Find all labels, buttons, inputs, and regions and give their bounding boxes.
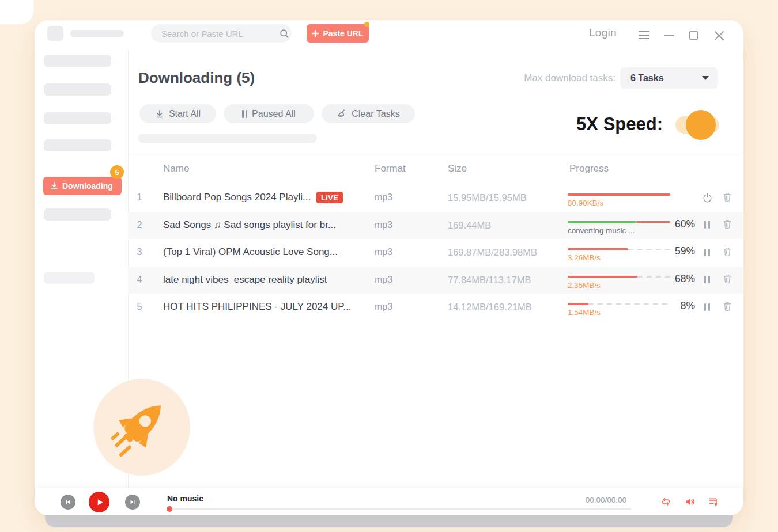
notification-dot	[364, 22, 369, 27]
progress-status-text: 1.54MB/s	[568, 308, 601, 317]
page-title: Downloading (5)	[138, 69, 255, 87]
delete-task-button[interactable]	[721, 300, 734, 313]
column-header-progress: Progress	[569, 163, 609, 174]
content-divider	[128, 153, 743, 153]
chevron-down-icon	[702, 76, 709, 80]
table-body: 1Billboard Pop Songs 2024 Playli...LIVEm…	[128, 184, 743, 321]
background-card-decoration	[0, 0, 33, 24]
row-index: 1	[133, 192, 146, 203]
size-value: 169.87MB/283.98MB	[448, 247, 537, 258]
power-icon	[702, 192, 713, 203]
trash-icon	[722, 273, 732, 284]
sidebar-item-placeholder[interactable]	[44, 272, 95, 284]
row-index: 3	[133, 247, 146, 257]
paste-url-label: Paste URL	[323, 29, 363, 38]
downloading-count-badge: 5	[110, 165, 124, 179]
minimize-button[interactable]	[664, 35, 674, 36]
paused-all-button[interactable]: Paused All	[224, 104, 314, 123]
stop-task-button[interactable]	[701, 191, 713, 204]
progress-percent: 8%	[664, 300, 695, 312]
volume-icon[interactable]	[684, 496, 696, 508]
sidebar-item-placeholder[interactable]	[44, 55, 111, 67]
seek-handle[interactable]	[167, 506, 172, 512]
rocket-logo-badge	[93, 379, 190, 476]
delete-task-button[interactable]	[721, 191, 734, 203]
download-icon	[50, 182, 58, 190]
start-download-icon	[155, 109, 164, 119]
track-name: Sad Songs ♫ Sad songs playlist for br...	[163, 219, 336, 231]
format-value: mp3	[375, 192, 392, 203]
menu-icon[interactable]	[639, 31, 649, 40]
pause-task-button[interactable]	[701, 246, 713, 259]
sidebar-item-downloading[interactable]: Downloading	[43, 177, 122, 195]
track-name: late night vibes escape reality playlist	[163, 274, 327, 286]
pause-icon	[704, 303, 709, 311]
sidebar-item-placeholder[interactable]	[44, 112, 111, 124]
paste-url-button[interactable]: Paste URL	[307, 24, 369, 43]
format-value: mp3	[375, 247, 392, 257]
play-button[interactable]	[89, 492, 109, 512]
delete-task-button[interactable]	[721, 218, 734, 231]
live-badge: LIVE	[316, 192, 343, 203]
table-row: 2Sad Songs ♫ Sad songs playlist for br..…	[128, 212, 743, 240]
pause-task-button[interactable]	[701, 301, 713, 313]
table-row: 5HOT HITS PHILIPPINES - JULY 2024 UP...m…	[128, 294, 743, 321]
clear-tasks-label: Clear Tasks	[352, 109, 399, 119]
progress-bar	[568, 303, 670, 305]
size-value: 169.44MB	[448, 220, 491, 231]
speed-label: 5X Speed:	[530, 114, 663, 135]
playlist-icon[interactable]	[708, 496, 720, 508]
progress-status-text: 2.35MB/s	[568, 281, 601, 290]
search-input[interactable]	[151, 29, 280, 39]
search-icon[interactable]	[280, 29, 289, 39]
pause-icon	[242, 110, 247, 118]
table-row: 4late night vibes escape reality playlis…	[128, 267, 743, 294]
play-icon	[96, 498, 104, 507]
format-value: mp3	[375, 275, 392, 285]
app-logo-placeholder	[47, 26, 63, 41]
column-header-format: Format	[375, 163, 406, 174]
sidebar-item-placeholder[interactable]	[44, 208, 111, 221]
pause-task-button[interactable]	[701, 273, 713, 286]
speed-toggle-knob[interactable]	[686, 110, 716, 140]
pause-icon	[704, 249, 709, 256]
status-placeholder	[138, 134, 317, 143]
clear-tasks-button[interactable]: Clear Tasks	[322, 104, 415, 123]
max-tasks-select[interactable]: 6 Tasks	[620, 67, 718, 89]
max-tasks-value: 6 Tasks	[620, 73, 702, 83]
trash-icon	[722, 246, 732, 257]
sidebar-item-placeholder[interactable]	[44, 83, 111, 96]
previous-track-button[interactable]	[61, 495, 75, 510]
search-bar	[151, 24, 292, 43]
progress-percent: 68%	[664, 273, 695, 285]
track-name: Billboard Pop Songs 2024 Playli...LIVE	[163, 192, 343, 203]
start-all-button[interactable]: Start All	[139, 104, 216, 123]
now-playing-title: No music	[167, 494, 203, 503]
sidebar-downloading-label: Downloading	[62, 181, 113, 191]
progress-bar	[568, 193, 670, 196]
maximize-button[interactable]	[689, 31, 698, 40]
player-bar: No music 00:00/00:00	[35, 488, 743, 515]
playback-time: 00:00/00:00	[569, 496, 626, 504]
login-link[interactable]: Login	[589, 26, 628, 39]
skip-previous-icon	[65, 499, 71, 506]
max-tasks-label: Max download tasks:	[494, 73, 615, 84]
column-header-size: Size	[448, 163, 467, 174]
track-name: HOT HITS PHILIPPINES - JULY 2024 UP...	[163, 301, 352, 313]
sidebar-item-placeholder[interactable]	[44, 139, 111, 151]
progress-status-text: 80.90KB/s	[568, 199, 603, 207]
paused-all-label: Paused All	[252, 109, 296, 119]
size-value: 14.12MB/169.21MB	[448, 302, 532, 313]
pause-task-button[interactable]	[701, 219, 713, 231]
next-track-button[interactable]	[125, 495, 140, 510]
seek-slider[interactable]	[167, 508, 631, 510]
progress-bar	[568, 221, 670, 223]
repeat-icon[interactable]	[660, 496, 672, 508]
delete-task-button[interactable]	[721, 273, 734, 286]
row-index: 4	[133, 275, 146, 285]
progress-status-text: converting music ...	[568, 226, 635, 235]
pause-icon	[704, 276, 709, 283]
delete-task-button[interactable]	[721, 245, 734, 258]
close-button[interactable]	[714, 31, 724, 41]
size-value: 77.84MB/113.17MB	[448, 275, 531, 286]
